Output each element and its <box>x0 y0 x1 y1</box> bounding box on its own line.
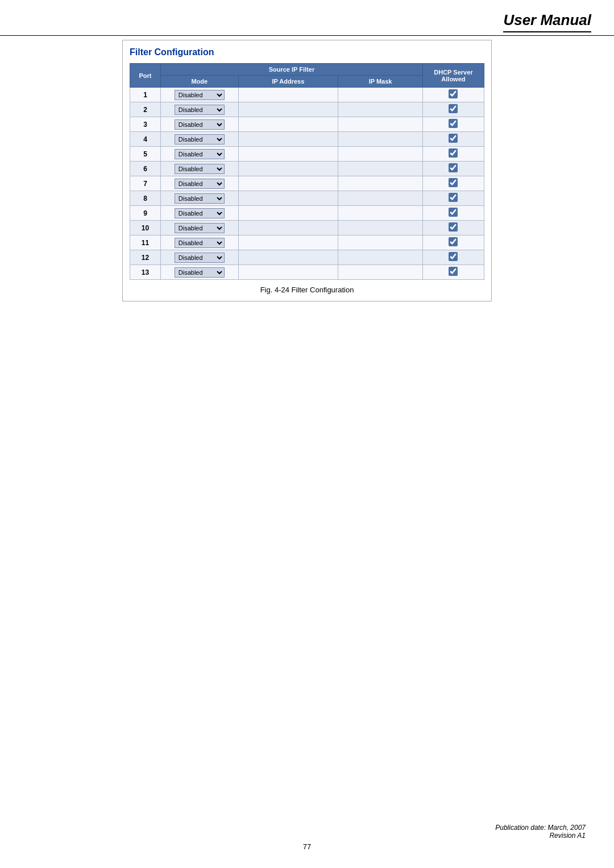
dhcp-cell <box>422 88 484 102</box>
ip-address-input[interactable] <box>242 166 335 172</box>
mode-select[interactable]: DisabledEnabled <box>175 105 225 115</box>
ip-mask-cell <box>338 221 423 235</box>
ip-address-input[interactable] <box>242 210 335 217</box>
dhcp-cell <box>422 206 484 221</box>
mode-select[interactable]: DisabledEnabled <box>175 149 225 159</box>
mode-select[interactable]: DisabledEnabled <box>175 208 225 218</box>
ip-address-input[interactable] <box>242 254 335 261</box>
dhcp-cell <box>422 102 484 117</box>
ip-mask-cell <box>338 176 423 191</box>
mode-select[interactable]: DisabledEnabled <box>175 253 225 263</box>
publication-date: Publication date: March, 2007 <box>495 824 586 832</box>
mode-select[interactable]: DisabledEnabled <box>175 267 225 278</box>
ip-address-input[interactable] <box>242 121 335 128</box>
dhcp-cell <box>422 235 484 250</box>
ip-address-cell <box>238 265 338 280</box>
table-row: 1DisabledEnabled <box>130 88 484 102</box>
ip-mask-input[interactable] <box>342 239 419 246</box>
ip-mask-cell <box>338 132 423 147</box>
ip-address-input[interactable] <box>242 180 335 187</box>
ip-mask-input[interactable] <box>342 225 419 232</box>
mode-select[interactable]: DisabledEnabled <box>175 193 225 204</box>
mode-cell: DisabledEnabled <box>161 88 238 102</box>
ip-mask-input[interactable] <box>342 269 419 276</box>
dhcp-checkbox[interactable] <box>449 134 458 143</box>
dhcp-checkbox[interactable] <box>449 193 458 202</box>
ip-mask-input[interactable] <box>342 195 419 202</box>
port-cell: 6 <box>130 162 161 176</box>
mode-select[interactable]: DisabledEnabled <box>175 164 225 174</box>
ip-mask-input[interactable] <box>342 166 419 172</box>
ip-mask-input[interactable] <box>342 92 419 98</box>
ip-address-input[interactable] <box>242 269 335 276</box>
mode-select[interactable]: DisabledEnabled <box>175 119 225 130</box>
ip-address-cell <box>238 206 338 221</box>
ip-mask-input[interactable] <box>342 210 419 217</box>
dhcp-checkbox[interactable] <box>449 178 458 187</box>
filter-config-title: Filter Configuration <box>130 47 484 57</box>
dhcp-cell <box>422 250 484 265</box>
col-header-ip-mask: IP Mask <box>338 76 423 88</box>
ip-address-cell <box>238 162 338 176</box>
dhcp-cell <box>422 221 484 235</box>
port-cell: 3 <box>130 117 161 132</box>
port-cell: 13 <box>130 265 161 280</box>
mode-cell: DisabledEnabled <box>161 206 238 221</box>
ip-address-input[interactable] <box>242 106 335 113</box>
ip-address-cell <box>238 132 338 147</box>
dhcp-checkbox[interactable] <box>449 119 458 128</box>
port-cell: 12 <box>130 250 161 265</box>
ip-address-cell <box>238 235 338 250</box>
dhcp-checkbox[interactable] <box>449 104 458 113</box>
mode-select[interactable]: DisabledEnabled <box>175 90 225 100</box>
ip-mask-input[interactable] <box>342 106 419 113</box>
ip-address-input[interactable] <box>242 151 335 158</box>
ip-address-input[interactable] <box>242 136 335 143</box>
mode-select[interactable]: DisabledEnabled <box>175 179 225 189</box>
ip-address-input[interactable] <box>242 239 335 246</box>
mode-cell: DisabledEnabled <box>161 221 238 235</box>
ip-mask-cell <box>338 117 423 132</box>
port-cell: 8 <box>130 191 161 206</box>
mode-select[interactable]: DisabledEnabled <box>175 223 225 233</box>
table-row: 5DisabledEnabled <box>130 147 484 162</box>
port-cell: 1 <box>130 88 161 102</box>
dhcp-cell <box>422 265 484 280</box>
dhcp-cell <box>422 191 484 206</box>
mode-select[interactable]: DisabledEnabled <box>175 238 225 248</box>
ip-mask-input[interactable] <box>342 254 419 261</box>
mode-cell: DisabledEnabled <box>161 265 238 280</box>
mode-select[interactable]: DisabledEnabled <box>175 134 225 144</box>
port-cell: 2 <box>130 102 161 117</box>
dhcp-checkbox[interactable] <box>449 252 458 261</box>
dhcp-checkbox[interactable] <box>449 208 458 217</box>
dhcp-checkbox[interactable] <box>449 237 458 246</box>
dhcp-checkbox[interactable] <box>449 148 458 158</box>
mode-cell: DisabledEnabled <box>161 132 238 147</box>
table-row: 8DisabledEnabled <box>130 191 484 206</box>
ip-address-cell <box>238 176 338 191</box>
ip-address-cell <box>238 250 338 265</box>
mode-cell: DisabledEnabled <box>161 117 238 132</box>
ip-address-input[interactable] <box>242 92 335 98</box>
dhcp-checkbox[interactable] <box>449 163 458 172</box>
table-row: 9DisabledEnabled <box>130 206 484 221</box>
dhcp-checkbox[interactable] <box>449 222 458 232</box>
ip-address-input[interactable] <box>242 195 335 202</box>
page-number: 77 <box>303 842 311 851</box>
ip-mask-input[interactable] <box>342 151 419 158</box>
dhcp-checkbox[interactable] <box>449 89 458 98</box>
fig-caption: Fig. 4-24 Filter Configuration <box>130 286 484 294</box>
ip-mask-input[interactable] <box>342 136 419 143</box>
ip-address-cell <box>238 88 338 102</box>
ip-address-input[interactable] <box>242 225 335 232</box>
dhcp-cell <box>422 176 484 191</box>
ip-mask-input[interactable] <box>342 180 419 187</box>
ip-mask-cell <box>338 88 423 102</box>
ip-mask-cell <box>338 265 423 280</box>
ip-address-cell <box>238 147 338 162</box>
mode-cell: DisabledEnabled <box>161 162 238 176</box>
ip-mask-input[interactable] <box>342 121 419 128</box>
dhcp-checkbox[interactable] <box>449 267 458 276</box>
col-header-ip-address: IP Address <box>238 76 338 88</box>
